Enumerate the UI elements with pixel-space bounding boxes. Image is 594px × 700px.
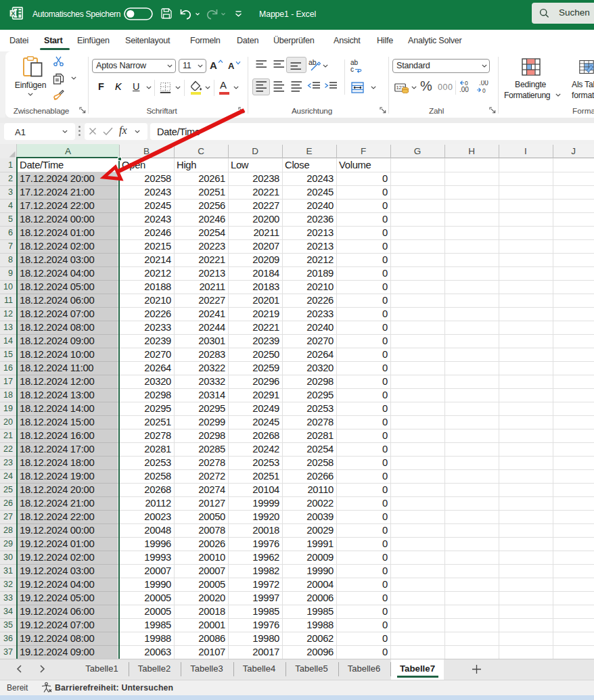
svg-text:c: c <box>350 66 354 73</box>
svg-text:0: 0 <box>482 87 486 94</box>
svg-text:.00: .00 <box>459 86 469 93</box>
svg-text:.00: .00 <box>479 80 488 87</box>
svg-text:ab: ab <box>309 59 317 66</box>
svg-text:X: X <box>11 9 16 17</box>
